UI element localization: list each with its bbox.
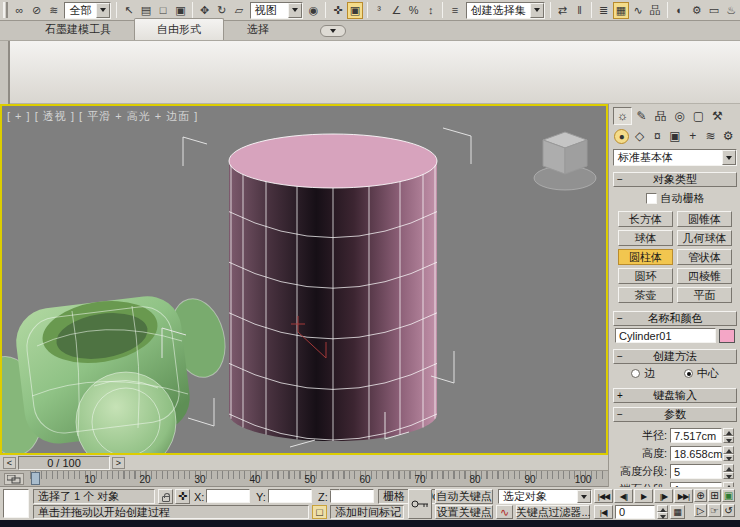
dropdown-arrow-icon[interactable] [530,3,544,18]
previous-frame-button[interactable]: ◀|| [614,489,633,503]
layer-manager-icon[interactable]: ≣ [596,2,611,19]
toggle-set-key-mode-button[interactable] [408,489,432,519]
cone-button[interactable]: 圆锥体 [677,211,732,227]
go-to-start-button[interactable]: |◀◀ [594,489,613,503]
height-segments-spinner[interactable] [723,464,734,479]
viewport-menu-plus[interactable]: [ + ] [7,110,31,122]
cameras-category-icon[interactable]: ▣ [666,127,684,145]
shapes-category-icon[interactable]: ◇ [631,127,649,145]
parameters-rollout-header[interactable]: − 参数 [613,407,737,422]
go-to-end-button[interactable]: ▶▶| [674,489,693,503]
select-and-rotate-icon[interactable]: ↻ [214,2,229,19]
schematic-view-icon[interactable]: 品 [648,2,663,19]
time-slider-next-button[interactable]: > [112,457,125,469]
geosphere-button[interactable]: 几何球体 [677,230,732,246]
teapot-button[interactable]: 茶壶 [618,287,673,303]
creation-method-rollout-header[interactable]: − 创建方法 [613,349,737,364]
height-segments-field[interactable]: 5 [670,464,722,479]
radius-spinner[interactable] [723,428,734,443]
lights-category-icon[interactable]: ¤ [648,127,666,145]
display-tab-icon[interactable]: ▢ [689,107,708,125]
key-filters-button[interactable]: 关键点过滤器... [516,505,590,519]
current-frame-field[interactable]: 0 [615,505,655,519]
time-slider-prev-button[interactable]: < [3,457,16,469]
isolate-selection-button[interactable]: □ [312,505,327,519]
frame-spinner[interactable] [657,505,668,519]
height-field[interactable]: 18.658cm [670,446,722,461]
autogrid-checkbox[interactable] [646,193,657,204]
angle-snap-icon[interactable]: ∠ [389,2,404,19]
dropdown-arrow-icon[interactable] [722,150,736,165]
track-bar[interactable]: 0 10 20 30 40 50 60 70 80 90 100 [0,471,608,487]
new-key-curve-icon[interactable]: ∿ [496,505,513,519]
ribbon-dock-edge[interactable] [0,41,10,104]
material-editor-icon[interactable]: ◐ [672,2,687,19]
height-spinner[interactable] [723,446,734,461]
snaps-toggle-icon[interactable]: ³ [372,2,387,19]
modify-tab-icon[interactable]: ✎ [632,107,651,125]
sphere-button[interactable]: 球体 [618,230,673,246]
zoom-extents-button[interactable]: ▣ [722,489,735,502]
creation-center-radio[interactable]: 中心 [684,366,719,381]
edit-named-selection-sets-icon[interactable]: ≡ [447,2,462,19]
tab-graphite-modeling-tools[interactable]: 石墨建模工具 [22,18,134,40]
selection-lock-button[interactable] [158,489,173,504]
zoom-button[interactable]: ⊕ [694,489,707,502]
select-object-icon[interactable]: ↖ [121,2,136,19]
selection-filter-dropdown[interactable]: 全部 [64,2,111,19]
tab-selection[interactable]: 选择 [224,18,292,40]
select-and-move-icon[interactable]: ✥ [197,2,212,19]
primitive-category-dropdown[interactable]: 标准基本体 [613,149,737,166]
object-type-rollout-header[interactable]: − 对象类型 [613,172,737,187]
dropdown-arrow-icon[interactable] [96,3,110,18]
pyramid-button[interactable]: 四棱锥 [677,268,732,284]
set-key-button[interactable]: 设置关键点 [435,505,493,519]
named-selection-sets-dropdown[interactable]: 创建选择集 [466,2,545,19]
systems-category-icon[interactable]: ⚙ [719,127,737,145]
dropdown-arrow-icon[interactable] [577,490,591,503]
add-time-tag[interactable]: 添加时间标记 [330,505,404,519]
create-tab-icon[interactable]: ☼ [613,107,632,125]
object-color-swatch[interactable] [719,329,735,343]
x-coord-field[interactable] [206,489,250,503]
window-crossing-icon[interactable]: ▣ [173,2,188,19]
viewport-menu-shading[interactable]: [ 平滑 + 高光 + 边面 ] [79,110,198,122]
keyboard-shortcut-override-icon[interactable]: ▣ [347,2,362,19]
keyboard-entry-rollout-header[interactable]: + 键盘输入 [613,388,737,403]
z-coord-field[interactable] [330,489,374,503]
mini-curve-editor-button[interactable] [4,473,24,485]
object-name-field[interactable]: Cylinder01 [615,328,716,343]
pan-view-button[interactable]: ☞ [708,504,721,517]
motion-tab-icon[interactable]: ◎ [670,107,689,125]
align-icon[interactable]: ‖ [572,2,587,19]
toolbar-grip[interactable] [3,2,8,18]
mirror-icon[interactable]: ⇄ [555,2,570,19]
plane-button[interactable]: 平面 [677,287,732,303]
viewport-menu-view[interactable]: [ 透视 ] [35,110,75,122]
absolute-offset-mode-button[interactable]: ✜ [175,489,190,504]
render-setup-icon[interactable]: ⚙ [689,2,704,19]
tube-button[interactable]: 管状体 [677,249,732,265]
zoom-all-button[interactable]: ⊞ [708,489,721,502]
orbit-button[interactable]: ↺ [722,504,735,517]
box-button[interactable]: 长方体 [618,211,673,227]
render-production-icon[interactable]: ♨ [724,2,739,19]
play-button[interactable]: ▶ [634,489,653,503]
spinner-snap-icon[interactable]: ↕ [423,2,438,19]
auto-key-button[interactable]: 自动关键点 [435,489,493,504]
spacewarps-category-icon[interactable]: ≋ [702,127,720,145]
reference-coordinate-dropdown[interactable]: 视图 [250,2,303,19]
geometry-category-icon[interactable]: ● [613,127,631,145]
selection-set-dropdown[interactable]: 选定对象 [498,489,592,504]
percent-snap-icon[interactable]: % [406,2,421,19]
unlink-selection-icon[interactable]: ⊘ [29,2,44,19]
select-and-manipulate-icon[interactable]: ✜ [330,2,345,19]
maxscript-mini-listener[interactable] [3,489,29,518]
select-by-name-icon[interactable]: ▤ [138,2,153,19]
viewcube[interactable] [534,132,596,190]
tab-freeform[interactable]: 自由形式 [134,18,224,40]
viewport-label[interactable]: [ + ] [ 透视 ] [ 平滑 + 高光 + 边面 ] [7,109,198,124]
select-and-scale-icon[interactable]: ▱ [231,2,246,19]
ribbon-minimize-button[interactable] [320,25,346,37]
time-configuration-button[interactable]: ▦ [670,505,685,519]
